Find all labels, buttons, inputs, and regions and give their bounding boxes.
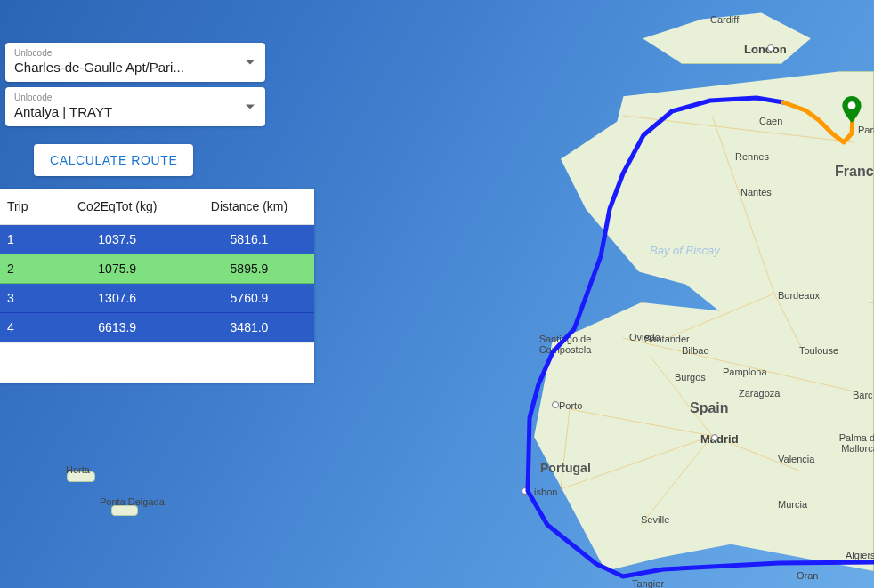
city-bilbao: Bilbao	[682, 345, 709, 356]
city-bordeaux: Bordeaux	[778, 290, 820, 301]
destination-marker-icon	[842, 96, 862, 123]
city-cardiff: Cardiff	[710, 14, 739, 25]
cell-co2: 1075.9	[50, 254, 183, 284]
city-ponta: Ponta Delgada	[100, 496, 165, 507]
city-lisbon: Lisbon	[529, 487, 557, 497]
city-porto: Porto	[559, 400, 582, 411]
city-paris: Pari	[858, 125, 874, 135]
city-nantes: Nantes	[740, 187, 772, 197]
destination-value: Antalya | TRAYT	[14, 104, 256, 119]
city-toulouse: Toulouse	[799, 345, 838, 356]
cell-trip: 1	[0, 225, 50, 254]
city-murcia: Murcia	[778, 499, 807, 510]
city-seville: Seville	[641, 514, 669, 525]
city-pamplona: Pamplona	[723, 366, 767, 377]
svg-point-11	[848, 101, 856, 109]
cell-distance: 3481.0	[184, 313, 314, 342]
city-dot-lisbon	[522, 487, 529, 495]
results-footer	[0, 342, 314, 383]
city-dot-porto	[552, 401, 559, 408]
table-row[interactable]: 11037.55816.1	[0, 225, 314, 254]
table-row[interactable]: 31307.65760.9	[0, 284, 314, 313]
cell-distance: 5895.9	[184, 254, 314, 284]
results-table: Trip Co2EqTot (kg) Distance (km) 11037.5…	[0, 189, 314, 342]
city-madrid: Madrid	[700, 432, 739, 446]
results-header-row: Trip Co2EqTot (kg) Distance (km)	[0, 189, 314, 225]
sea-label-bay-of-biscay: Bay of Biscay	[650, 244, 720, 258]
table-row[interactable]: 21075.95895.9	[0, 254, 314, 284]
city-burgos: Burgos	[675, 372, 706, 383]
col-distance: Distance (km)	[184, 189, 314, 225]
country-label-spain: Spain	[690, 400, 729, 416]
city-valencia: Valencia	[778, 454, 814, 464]
destination-label: Unlocode	[14, 93, 256, 102]
cell-trip: 2	[0, 254, 50, 284]
city-rennes: Rennes	[735, 151, 769, 162]
city-london: London	[744, 43, 787, 56]
calculate-route-button[interactable]: CALCULATE ROUTE	[34, 144, 193, 176]
origin-select[interactable]: Unlocode Charles-de-Gaulle Apt/Pari...	[5, 43, 265, 82]
landmass-france	[561, 71, 874, 322]
cell-trip: 3	[0, 284, 50, 313]
col-co2: Co2EqTot (kg)	[50, 189, 183, 225]
cell-distance: 5816.1	[184, 225, 314, 254]
destination-select[interactable]: Unlocode Antalya | TRAYT	[5, 87, 265, 126]
city-horta: Horta	[66, 464, 90, 475]
cell-co2: 1037.5	[50, 225, 183, 254]
city-barcelona: Barc	[853, 390, 873, 400]
cell-co2: 1307.6	[50, 284, 183, 313]
chevron-down-icon	[246, 60, 255, 65]
control-panel: Unlocode Charles-de-Gaulle Apt/Pari... U…	[0, 0, 316, 383]
city-zaragoza: Zaragoza	[739, 388, 780, 399]
city-oran: Oran	[797, 570, 818, 581]
city-algiers: Algiers	[846, 550, 874, 560]
origin-value: Charles-de-Gaulle Apt/Pari...	[14, 60, 256, 75]
country-label-portugal: Portugal	[540, 461, 591, 475]
city-palma: Palma de Mallorca	[833, 432, 874, 454]
col-trip: Trip	[0, 189, 50, 225]
city-oviedo: Oviedo	[629, 332, 660, 342]
city-caen: Caen	[759, 116, 782, 126]
origin-label: Unlocode	[14, 48, 256, 58]
city-tangier: Tangier	[632, 578, 664, 588]
cell-co2: 6613.9	[50, 313, 183, 342]
city-dot-london	[767, 44, 774, 52]
city-dot-madrid	[711, 434, 718, 441]
country-label-france: France	[835, 164, 874, 180]
chevron-down-icon	[246, 105, 255, 109]
landmass-uk	[623, 0, 821, 64]
cell-distance: 5760.9	[184, 284, 314, 313]
table-row[interactable]: 46613.93481.0	[0, 313, 314, 342]
cell-trip: 4	[0, 313, 50, 342]
city-santiago: Santiago de Compostela	[534, 334, 596, 355]
